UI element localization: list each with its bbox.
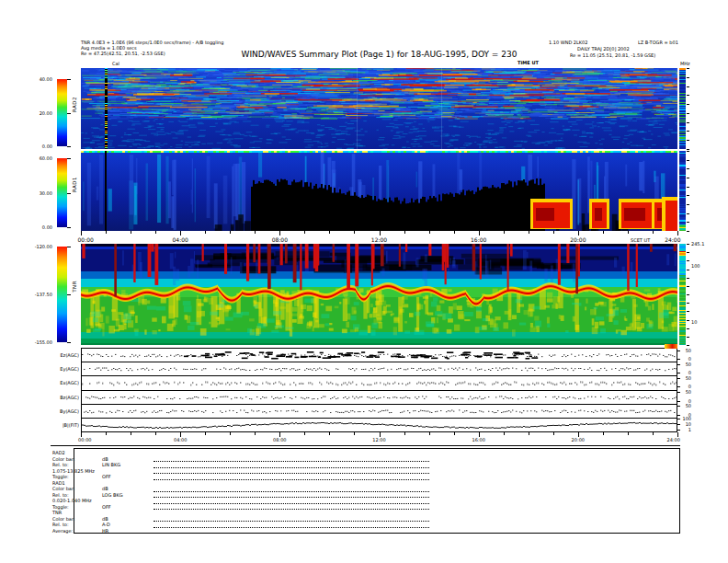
strip-panel-5: By(AGC)500 bbox=[82, 405, 677, 419]
time-tick-label: 24:00 bbox=[666, 437, 679, 442]
time-tick-mark bbox=[205, 231, 206, 234]
colorbar-tick-mark bbox=[67, 113, 71, 114]
freq-tick-mark bbox=[687, 213, 689, 214]
freq-tick-mark bbox=[687, 68, 689, 69]
time-tick-mark bbox=[404, 432, 405, 435]
colorbar-tick-label: -120.00 bbox=[16, 245, 52, 249]
time-tick-label: 16:00 bbox=[472, 437, 484, 442]
colorbar-tick-label: 40.00 bbox=[16, 77, 52, 82]
time-tick-mark bbox=[653, 231, 654, 234]
rad1-spectrogram-panel bbox=[81, 151, 677, 231]
strip-panel-3: Ex(AGC)500 bbox=[82, 376, 677, 390]
time-tick-mark bbox=[677, 231, 678, 236]
footer-row: Rel. to:LIN BKG bbox=[52, 462, 438, 468]
time-tick-label: 20:00 bbox=[572, 437, 585, 442]
colorbar-tick-label: 20.00 bbox=[16, 111, 52, 116]
footer-row-value: OFF bbox=[102, 475, 154, 480]
freq-tick-mark bbox=[687, 86, 689, 87]
time-tick-mark bbox=[529, 432, 529, 435]
colorbar-tick-mark bbox=[67, 193, 71, 194]
rad1-side-strip bbox=[679, 151, 686, 231]
time-tick-mark bbox=[230, 231, 231, 234]
strip-panel-2: Ey(AGC)500 bbox=[82, 362, 677, 376]
time-tick-mark bbox=[106, 432, 107, 435]
time-tick-mark bbox=[380, 231, 381, 236]
footer-row-dots bbox=[154, 476, 429, 480]
tnr-colorbar-title: TNR bbox=[72, 281, 77, 293]
strip-tick-mark bbox=[677, 364, 680, 365]
freq-tick-mark bbox=[687, 311, 689, 312]
footer-row: Toggle:OFF bbox=[52, 474, 438, 480]
rad2-side-strip bbox=[679, 68, 686, 149]
strip-tick-label: 50 bbox=[686, 390, 691, 395]
colorbar-tick-label: 60.00 bbox=[16, 156, 52, 161]
time-tick-mark bbox=[131, 432, 131, 435]
time-tick-mark bbox=[354, 231, 355, 234]
freq-tick-mark bbox=[687, 140, 689, 141]
footer-row-dots bbox=[154, 517, 429, 522]
rad2-right-axis bbox=[687, 68, 691, 149]
time-tick-mark bbox=[578, 231, 579, 236]
freq-tick-mark bbox=[687, 168, 689, 169]
footer-divider-line bbox=[51, 445, 680, 446]
strip-panel-canvas bbox=[82, 419, 677, 431]
footer-row-dots bbox=[154, 469, 429, 474]
time-tick-mark bbox=[230, 432, 231, 435]
freq-tick-mark bbox=[687, 195, 689, 196]
time-tick-mark bbox=[553, 231, 554, 234]
strip-panel-label: Ez(AGC) bbox=[39, 353, 79, 358]
time-tick-mark bbox=[429, 432, 430, 435]
footer-row-label: RAD2 bbox=[52, 451, 102, 456]
footer-row-dots bbox=[154, 488, 429, 492]
colorbar-tick-mark bbox=[67, 158, 71, 159]
colorbar-tick-label: -137.50 bbox=[16, 293, 52, 297]
time-tick-mark bbox=[628, 231, 629, 234]
strip-panel-label: Bz(AGC) bbox=[39, 395, 79, 399]
time-tick-mark bbox=[628, 432, 629, 435]
footer-row-dots bbox=[154, 529, 429, 534]
time-tick-mark bbox=[180, 231, 181, 236]
freq-tick-mark bbox=[687, 178, 689, 178]
time-tick-mark bbox=[304, 231, 305, 234]
footer-row-dots bbox=[154, 493, 429, 498]
strip-panel-canvas bbox=[82, 376, 677, 389]
time-tick-mark bbox=[479, 231, 480, 236]
footer-row-value: OFF bbox=[102, 505, 154, 511]
strip-tick-mark bbox=[677, 424, 680, 425]
rad1-colorbar-title: RAD1 bbox=[72, 177, 77, 192]
freq-tick-mark bbox=[687, 286, 689, 287]
colorbar-tick-mark bbox=[67, 227, 71, 228]
strip-panel-label: Ey(AGC) bbox=[39, 367, 79, 372]
footer-row-label: Toggle: bbox=[52, 475, 102, 480]
time-tick-mark bbox=[131, 231, 131, 234]
time-tick-label: 00:00 bbox=[78, 437, 91, 442]
freq-tick-mark bbox=[687, 149, 689, 150]
footer-row-value: A-D bbox=[102, 523, 154, 528]
strip-panel-label: |B|(FIT) bbox=[39, 422, 79, 427]
footer-row: Average:HR bbox=[52, 528, 438, 534]
rad2-frequency-unit: MHz bbox=[680, 61, 690, 66]
tnr-spectrogram-canvas bbox=[81, 244, 677, 345]
rad1-colorbar: 60.0030.000.00 bbox=[57, 158, 67, 227]
footer-row-value: HR bbox=[102, 529, 154, 534]
footer-row-value: LOG BKG bbox=[102, 493, 154, 499]
freq-tick-mark bbox=[687, 122, 689, 123]
freq-tick-mark bbox=[687, 204, 689, 205]
strip-panel-canvas bbox=[82, 349, 677, 362]
colorbar-tick-label: 30.00 bbox=[16, 191, 52, 196]
rad2-colorbar-title: RAD2 bbox=[72, 97, 77, 112]
footer-row-label: TNR bbox=[52, 511, 102, 516]
rad1-side-strip-canvas bbox=[679, 151, 686, 231]
rad1-spectrogram-canvas bbox=[81, 151, 677, 231]
rad2-spectrogram-canvas bbox=[81, 68, 677, 149]
time-tick-mark bbox=[354, 432, 355, 435]
header-lz-info: LZ B-TOGR = b01 bbox=[638, 40, 678, 45]
time-tick-mark bbox=[255, 432, 256, 435]
freq-tick-mark bbox=[687, 270, 689, 270]
footer-row-dots bbox=[154, 505, 429, 510]
header-trajectory: DAILY TRAJ 2D[0] 2002 bbox=[577, 46, 630, 52]
footer-row-dots bbox=[154, 523, 429, 528]
footer-row-label: 0.020-1.040 MHz bbox=[52, 499, 102, 504]
freq-tick-mark bbox=[687, 278, 689, 279]
strip-tick-mark bbox=[677, 378, 680, 379]
